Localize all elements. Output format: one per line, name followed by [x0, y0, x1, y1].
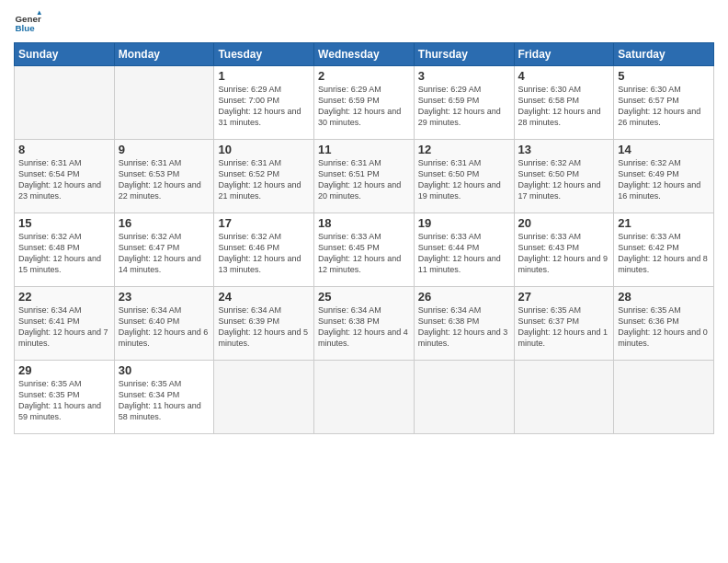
day-number: 18 — [318, 216, 410, 230]
day-info: Sunrise: 6:32 AMSunset: 6:47 PMDaylight:… — [119, 231, 210, 276]
logo-icon: General Blue — [14, 9, 41, 37]
calendar-cell: 29 Sunrise: 6:35 AMSunset: 6:35 PMDaylig… — [15, 361, 115, 434]
day-number: 15 — [18, 216, 110, 230]
day-of-week-header: Monday — [114, 43, 214, 66]
calendar-cell — [614, 361, 714, 434]
day-number: 17 — [218, 216, 310, 230]
calendar-cell: 25 Sunrise: 6:34 AMSunset: 6:38 PMDaylig… — [314, 287, 415, 361]
day-info: Sunrise: 6:34 AMSunset: 6:41 PMDaylight:… — [18, 304, 110, 350]
calendar-cell: 16 Sunrise: 6:32 AMSunset: 6:47 PMDaylig… — [114, 213, 214, 287]
calendar-cell: 14 Sunrise: 6:32 AMSunset: 6:49 PMDaylig… — [614, 140, 714, 213]
day-info: Sunrise: 6:33 AMSunset: 6:43 PMDaylight:… — [518, 231, 610, 276]
calendar-cell: 28 Sunrise: 6:35 AMSunset: 6:36 PMDaylig… — [614, 287, 714, 361]
day-info: Sunrise: 6:31 AMSunset: 6:53 PMDaylight:… — [119, 157, 210, 202]
day-info: Sunrise: 6:34 AMSunset: 6:39 PMDaylight:… — [218, 304, 310, 350]
calendar-cell — [214, 361, 314, 434]
calendar-cell: 22 Sunrise: 6:34 AMSunset: 6:41 PMDaylig… — [15, 287, 115, 361]
day-number: 8 — [18, 143, 110, 156]
main-container: General Blue SundayMondayTuesdayWednesda… — [0, 0, 728, 563]
calendar-cell: 2 Sunrise: 6:29 AMSunset: 6:59 PMDayligh… — [314, 66, 415, 140]
svg-text:Blue: Blue — [16, 23, 36, 33]
day-number: 12 — [418, 143, 510, 156]
svg-text:General: General — [16, 14, 42, 24]
calendar-cell: 13 Sunrise: 6:32 AMSunset: 6:50 PMDaylig… — [514, 140, 614, 213]
day-number: 25 — [318, 290, 410, 304]
day-of-week-header: Friday — [514, 43, 614, 66]
calendar-cell: 23 Sunrise: 6:34 AMSunset: 6:40 PMDaylig… — [114, 287, 214, 361]
day-of-week-header: Saturday — [614, 43, 714, 66]
day-number: 21 — [618, 216, 710, 230]
day-number: 4 — [518, 69, 610, 83]
day-number: 19 — [418, 216, 510, 230]
day-info: Sunrise: 6:34 AMSunset: 6:40 PMDaylight:… — [119, 304, 210, 350]
calendar-cell: 20 Sunrise: 6:33 AMSunset: 6:43 PMDaylig… — [514, 213, 614, 287]
day-info: Sunrise: 6:35 AMSunset: 6:36 PMDaylight:… — [618, 304, 710, 350]
svg-marker-2 — [38, 11, 42, 16]
calendar-cell: 17 Sunrise: 6:32 AMSunset: 6:46 PMDaylig… — [214, 213, 314, 287]
day-info: Sunrise: 6:32 AMSunset: 6:49 PMDaylight:… — [618, 157, 710, 202]
calendar-cell — [414, 361, 514, 434]
calendar-cell: 8 Sunrise: 6:31 AMSunset: 6:54 PMDayligh… — [15, 140, 115, 213]
calendar-week-row: 15 Sunrise: 6:32 AMSunset: 6:48 PMDaylig… — [15, 213, 714, 287]
day-number: 9 — [119, 143, 210, 156]
day-info: Sunrise: 6:32 AMSunset: 6:50 PMDaylight:… — [518, 157, 610, 202]
day-number: 5 — [618, 69, 710, 83]
calendar-week-row: 8 Sunrise: 6:31 AMSunset: 6:54 PMDayligh… — [15, 140, 714, 213]
day-number: 20 — [518, 216, 610, 230]
calendar-cell: 24 Sunrise: 6:34 AMSunset: 6:39 PMDaylig… — [214, 287, 314, 361]
calendar-cell: 19 Sunrise: 6:33 AMSunset: 6:44 PMDaylig… — [414, 213, 514, 287]
calendar-cell: 12 Sunrise: 6:31 AMSunset: 6:50 PMDaylig… — [414, 140, 514, 213]
day-of-week-header: Thursday — [414, 43, 514, 66]
day-info: Sunrise: 6:31 AMSunset: 6:54 PMDaylight:… — [18, 157, 110, 202]
day-info: Sunrise: 6:32 AMSunset: 6:48 PMDaylight:… — [18, 231, 110, 276]
day-info: Sunrise: 6:33 AMSunset: 6:44 PMDaylight:… — [418, 231, 510, 276]
day-info: Sunrise: 6:34 AMSunset: 6:38 PMDaylight:… — [318, 304, 410, 350]
calendar-cell — [15, 66, 115, 140]
calendar-cell — [314, 361, 415, 434]
calendar-cell: 30 Sunrise: 6:35 AMSunset: 6:34 PMDaylig… — [114, 361, 214, 434]
calendar-cell: 27 Sunrise: 6:35 AMSunset: 6:37 PMDaylig… — [514, 287, 614, 361]
calendar-cell — [114, 66, 214, 140]
day-info: Sunrise: 6:34 AMSunset: 6:38 PMDaylight:… — [418, 304, 510, 350]
day-number: 27 — [518, 290, 610, 304]
day-number: 1 — [218, 69, 310, 83]
day-number: 24 — [218, 290, 310, 304]
calendar-cell: 15 Sunrise: 6:32 AMSunset: 6:48 PMDaylig… — [15, 213, 115, 287]
day-of-week-header: Wednesday — [314, 43, 415, 66]
day-number: 23 — [119, 290, 210, 304]
calendar-cell: 5 Sunrise: 6:30 AMSunset: 6:57 PMDayligh… — [614, 66, 714, 140]
day-info: Sunrise: 6:30 AMSunset: 6:58 PMDaylight:… — [518, 84, 610, 129]
day-of-week-header: Tuesday — [214, 43, 314, 66]
day-number: 29 — [18, 363, 110, 377]
day-info: Sunrise: 6:35 AMSunset: 6:35 PMDaylight:… — [18, 378, 110, 423]
day-number: 13 — [518, 143, 610, 156]
calendar-cell: 4 Sunrise: 6:30 AMSunset: 6:58 PMDayligh… — [514, 66, 614, 140]
header: General Blue — [14, 9, 714, 37]
day-info: Sunrise: 6:31 AMSunset: 6:50 PMDaylight:… — [418, 157, 510, 202]
day-number: 11 — [318, 143, 410, 156]
day-number: 30 — [119, 363, 210, 377]
day-info: Sunrise: 6:35 AMSunset: 6:37 PMDaylight:… — [518, 304, 610, 350]
calendar-cell: 11 Sunrise: 6:31 AMSunset: 6:51 PMDaylig… — [314, 140, 415, 213]
calendar: SundayMondayTuesdayWednesdayThursdayFrid… — [14, 42, 714, 434]
calendar-cell: 21 Sunrise: 6:33 AMSunset: 6:42 PMDaylig… — [614, 213, 714, 287]
day-info: Sunrise: 6:29 AMSunset: 6:59 PMDaylight:… — [418, 84, 510, 129]
day-info: Sunrise: 6:31 AMSunset: 6:51 PMDaylight:… — [318, 157, 410, 202]
day-info: Sunrise: 6:32 AMSunset: 6:46 PMDaylight:… — [218, 231, 310, 276]
day-info: Sunrise: 6:33 AMSunset: 6:42 PMDaylight:… — [618, 231, 710, 276]
day-number: 26 — [418, 290, 510, 304]
logo: General Blue — [14, 9, 41, 37]
day-number: 28 — [618, 290, 710, 304]
day-number: 10 — [218, 143, 310, 156]
calendar-cell — [514, 361, 614, 434]
day-of-week-header: Sunday — [15, 43, 115, 66]
calendar-cell: 10 Sunrise: 6:31 AMSunset: 6:52 PMDaylig… — [214, 140, 314, 213]
day-info: Sunrise: 6:33 AMSunset: 6:45 PMDaylight:… — [318, 231, 410, 276]
day-info: Sunrise: 6:31 AMSunset: 6:52 PMDaylight:… — [218, 157, 310, 202]
day-number: 16 — [119, 216, 210, 230]
calendar-cell: 18 Sunrise: 6:33 AMSunset: 6:45 PMDaylig… — [314, 213, 415, 287]
calendar-cell: 26 Sunrise: 6:34 AMSunset: 6:38 PMDaylig… — [414, 287, 514, 361]
day-info: Sunrise: 6:29 AMSunset: 6:59 PMDaylight:… — [318, 84, 410, 129]
day-info: Sunrise: 6:29 AMSunset: 7:00 PMDaylight:… — [218, 84, 310, 129]
day-number: 3 — [418, 69, 510, 83]
